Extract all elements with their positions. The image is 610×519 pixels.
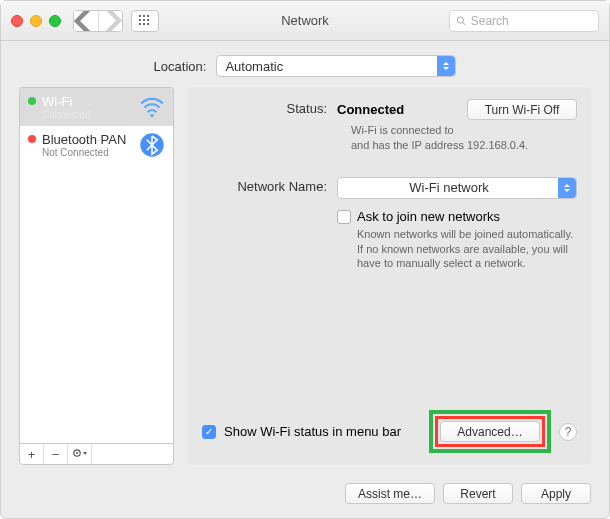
remove-service-button[interactable]: − (44, 444, 68, 464)
panel-bottom: Show Wi-Fi status in menu bar Advanced… … (202, 410, 577, 453)
search-icon (456, 15, 467, 27)
svg-rect-6 (139, 23, 141, 25)
grid-icon (139, 15, 151, 27)
network-name-select[interactable]: Wi-Fi network (337, 177, 577, 199)
services-footer: + − (19, 443, 174, 465)
services-sidebar: Wi-Fi Connected Bluetooth PAN Not Connec… (19, 87, 174, 465)
svg-rect-1 (143, 15, 145, 17)
svg-rect-7 (143, 23, 145, 25)
zoom-button[interactable] (49, 15, 61, 27)
window-controls (11, 15, 61, 27)
minimize-button[interactable] (30, 15, 42, 27)
location-select[interactable]: Automatic (216, 55, 456, 77)
service-status: Not Connected (42, 147, 133, 158)
svg-point-9 (457, 16, 463, 22)
svg-rect-8 (147, 23, 149, 25)
ask-join-checkbox[interactable] (337, 210, 351, 224)
show-status-label: Show Wi-Fi status in menu bar (224, 424, 401, 439)
chevron-updown-icon (437, 56, 455, 76)
help-button[interactable]: ? (559, 423, 577, 441)
status-detail: Wi-Fi is connected to and has the IP add… (337, 123, 577, 153)
apply-button[interactable]: Apply (521, 483, 591, 504)
content: Wi-Fi Connected Bluetooth PAN Not Connec… (1, 87, 609, 475)
svg-rect-5 (147, 19, 149, 21)
chevron-updown-icon (558, 178, 576, 198)
svg-point-14 (76, 452, 78, 454)
gear-icon (72, 447, 88, 459)
service-wifi[interactable]: Wi-Fi Connected (20, 88, 173, 126)
location-value: Automatic (225, 59, 283, 74)
wifi-toggle-button[interactable]: Turn Wi-Fi Off (467, 99, 577, 120)
forward-button[interactable] (98, 11, 122, 31)
status-dot-icon (28, 97, 36, 105)
search-input[interactable] (471, 14, 592, 28)
svg-point-11 (150, 114, 153, 117)
main-panel: Status: Connected Turn Wi-Fi Off Wi-Fi i… (188, 87, 591, 465)
service-name: Bluetooth PAN (42, 132, 133, 147)
location-label: Location: (154, 59, 207, 74)
bluetooth-icon (139, 135, 165, 155)
network-name-label: Network Name: (202, 177, 337, 199)
ask-join-label: Ask to join new networks (357, 209, 500, 224)
status-value: Connected (337, 102, 404, 117)
wifi-icon (139, 97, 165, 117)
titlebar: Network (1, 1, 609, 41)
assist-me-button[interactable]: Assist me… (345, 483, 435, 504)
footer: Assist me… Revert Apply (1, 475, 609, 518)
show-status-checkbox[interactable] (202, 425, 216, 439)
network-name-value: Wi-Fi network (409, 180, 488, 195)
service-status: Connected (42, 109, 133, 120)
advanced-button[interactable]: Advanced… (440, 421, 540, 442)
nav-back-forward (73, 10, 123, 32)
add-service-button[interactable]: + (20, 444, 44, 464)
svg-rect-3 (139, 19, 141, 21)
advanced-highlight: Advanced… (429, 410, 551, 453)
svg-rect-0 (139, 15, 141, 17)
svg-rect-4 (143, 19, 145, 21)
ask-join-detail: Known networks will be joined automatica… (337, 227, 577, 272)
status-label: Status: (202, 99, 337, 153)
service-name: Wi-Fi (42, 94, 133, 109)
services-list: Wi-Fi Connected Bluetooth PAN Not Connec… (19, 87, 174, 443)
revert-button[interactable]: Revert (443, 483, 513, 504)
search-field[interactable] (449, 10, 599, 32)
status-dot-icon (28, 135, 36, 143)
svg-line-10 (463, 22, 466, 25)
service-actions-button[interactable] (68, 444, 92, 464)
back-button[interactable] (74, 11, 98, 31)
service-bluetooth-pan[interactable]: Bluetooth PAN Not Connected (20, 126, 173, 164)
location-row: Location: Automatic (1, 41, 609, 87)
svg-rect-2 (147, 15, 149, 17)
network-preferences-window: Network Location: Automatic Wi-Fi Connec… (0, 0, 610, 519)
close-button[interactable] (11, 15, 23, 27)
show-all-button[interactable] (131, 10, 159, 32)
